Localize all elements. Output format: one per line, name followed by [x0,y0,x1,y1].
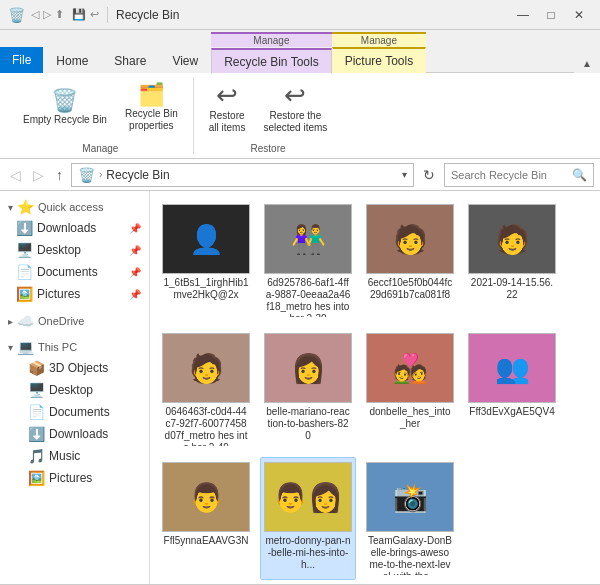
file-item-f3[interactable]: 🧑6eccf10e5f0b044fc29d691b7ca081f8 [362,199,458,322]
onedrive-icon: ☁️ [17,313,34,329]
up-button[interactable]: ↑ [52,165,67,185]
file-item-f9[interactable]: 👨Ffl5ynnaEAAVG3N [158,457,254,580]
close-button[interactable]: ✕ [566,5,592,25]
address-bar: ◁ ▷ ↑ 🗑️ › Recycle Bin ▾ ↻ 🔍 [0,159,600,191]
tab-recycle-bin-tools[interactable]: Recycle Bin Tools [211,48,332,74]
sidebar-item-pictures2[interactable]: 🖼️ Pictures [0,467,149,489]
file-tab[interactable]: File [0,47,43,73]
address-path: Recycle Bin [106,168,169,182]
music-icon: 🎵 [28,448,45,464]
file-thumbnail-f1: 👤 [163,205,249,273]
this-pc-label: This PC [38,341,77,353]
back-button[interactable]: ◁ [6,165,25,185]
search-icon: 🔍 [572,168,587,182]
expand-icon3: ▾ [8,342,13,353]
downloads2-icon: ⬇️ [28,426,45,442]
file-name-f1: 1_6tBs1_1irghHib1mve2HkQ@2x [163,277,249,301]
sidebar-section-onedrive[interactable]: ▸ ☁️ OneDrive [0,309,149,331]
refresh-button[interactable]: ↻ [418,164,440,186]
documents-icon: 📄 [16,264,33,280]
file-item-f8[interactable]: 👥Fff3dEvXgAE5QV4 [464,328,560,451]
file-area: 👤1_6tBs1_1irghHib1mve2HkQ@2x👫6d925786-6a… [150,191,600,584]
documents2-icon: 📄 [28,404,45,420]
restore-all-icon: ↩ [216,82,238,108]
file-item-f10[interactable]: 👨‍👩metro-donny-pan-n-belle-mi-hes-into-h… [260,457,356,580]
file-item-f5[interactable]: 🧑0646463f-c0d4-44c7-92f7-60077458d07f_me… [158,328,254,451]
downloads-icon: ⬇️ [16,220,33,236]
file-item-f7[interactable]: 💑donbelle_hes_into_her [362,328,458,451]
sidebar-item-desktop2[interactable]: 🖥️ Desktop [0,379,149,401]
path-separator: › [99,169,102,180]
file-name-f9: Ffl5ynnaEAAVG3N [164,535,249,547]
tab-share[interactable]: Share [101,47,159,73]
sidebar-item-documents2[interactable]: 📄 Documents [0,401,149,423]
sidebar-item-pictures[interactable]: 🖼️ Pictures 📌 [0,283,149,305]
sidebar: ▾ ⭐ Quick access ⬇️ Downloads 📌 🖥️ Deskt… [0,191,150,584]
recycle-bin-properties-button[interactable]: 🗂️ Recycle Binproperties [118,79,185,137]
empty-recycle-icon: 🗑️ [51,90,78,112]
3d-objects-label: 3D Objects [49,361,141,375]
manage-buttons: 🗑️ Empty Recycle Bin 🗂️ Recycle Binprope… [16,77,185,139]
documents-label: Documents [37,265,125,279]
file-thumbnail-f11: 📸 [367,463,453,531]
restore-buttons: ↩ Restoreall items ↩ Restore theselected… [202,77,335,139]
sidebar-item-downloads[interactable]: ⬇️ Downloads 📌 [0,217,149,239]
forward-button[interactable]: ▷ [29,165,48,185]
quick-access-undo[interactable]: ↩ [90,8,99,21]
desktop-icon: 🖥️ [16,242,33,258]
sidebar-section-quick-access[interactable]: ▾ ⭐ Quick access [0,195,149,217]
expand-icon: ▾ [8,202,13,213]
sidebar-item-downloads2[interactable]: ⬇️ Downloads [0,423,149,445]
quick-access-save[interactable]: 💾 [72,8,86,21]
address-field[interactable]: 🗑️ › Recycle Bin ▾ [71,163,414,187]
sidebar-item-3d-objects[interactable]: 📦 3D Objects [0,357,149,379]
tab-picture-tools[interactable]: Picture Tools [332,47,426,73]
restore-all-button[interactable]: ↩ Restoreall items [202,77,253,139]
quick-access-back[interactable]: ◁ [31,8,39,21]
window-controls: — □ ✕ [510,5,592,25]
quick-access-forward[interactable]: ▷ [43,8,51,21]
file-name-f4: 2021-09-14-15.56.22 [469,277,555,301]
restore-group-label: Restore [251,143,286,154]
manage-label-picture: Manage [332,32,426,47]
file-item-f4[interactable]: 🧑2021-09-14-15.56.22 [464,199,560,322]
sidebar-section-this-pc[interactable]: ▾ 💻 This PC [0,335,149,357]
quick-access-icon: ⭐ [17,199,34,215]
tab-view[interactable]: View [159,47,211,73]
onedrive-label: OneDrive [38,315,84,327]
tab-home[interactable]: Home [43,47,101,73]
file-name-f2: 6d925786-6af1-4ffa-9887-0eeaa2a46f18_met… [265,277,351,317]
sidebar-item-desktop[interactable]: 🖥️ Desktop 📌 [0,239,149,261]
downloads-label: Downloads [37,221,125,235]
quick-access-up[interactable]: ⬆ [55,8,64,21]
sidebar-item-music[interactable]: 🎵 Music [0,445,149,467]
restore-selected-button[interactable]: ↩ Restore theselected items [256,77,334,139]
pictures-label: Pictures [37,287,125,301]
expand-icon2: ▸ [8,316,13,327]
ribbon-group-restore: ↩ Restoreall items ↩ Restore theselected… [194,77,343,154]
restore-selected-icon: ↩ [284,82,306,108]
file-item-f6[interactable]: 👩belle-mariano-reaction-to-bashers-820 [260,328,356,451]
pictures2-label: Pictures [49,471,141,485]
minimize-button[interactable]: — [510,5,536,25]
file-item-f2[interactable]: 👫6d925786-6af1-4ffa-9887-0eeaa2a46f18_me… [260,199,356,322]
ribbon-chevron[interactable]: ▲ [574,54,600,73]
file-thumbnail-f9: 👨 [163,463,249,531]
address-dropdown-icon[interactable]: ▾ [402,169,407,180]
music-label: Music [49,449,141,463]
file-name-f7: donbelle_hes_into_her [367,406,453,430]
file-grid: 👤1_6tBs1_1irghHib1mve2HkQ@2x👫6d925786-6a… [150,191,600,584]
maximize-button[interactable]: □ [538,5,564,25]
pictures-icon: 🖼️ [16,286,33,302]
search-box[interactable]: 🔍 [444,163,594,187]
file-item-f1[interactable]: 👤1_6tBs1_1irghHib1mve2HkQ@2x [158,199,254,322]
sidebar-item-documents[interactable]: 📄 Documents 📌 [0,261,149,283]
downloads2-label: Downloads [49,427,141,441]
quick-access-label: Quick access [38,201,103,213]
file-name-f8: Fff3dEvXgAE5QV4 [469,406,554,418]
empty-recycle-bin-button[interactable]: 🗑️ Empty Recycle Bin [16,85,114,131]
file-item-f11[interactable]: 📸TeamGalaxy-DonBelle-brings-awesome-to-t… [362,457,458,580]
manage-label-recycle: Manage [211,32,332,47]
empty-recycle-label: Empty Recycle Bin [23,114,107,126]
search-input[interactable] [451,169,568,181]
